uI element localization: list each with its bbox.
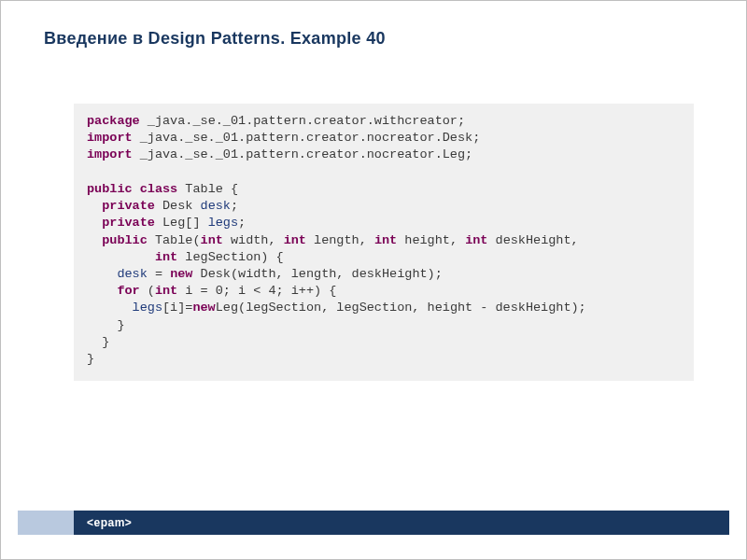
code-indent (87, 233, 102, 247)
code-keyword: new (170, 267, 192, 281)
slide-title: Введение в Design Patterns. Example 40 (44, 29, 386, 49)
code-keyword: public (87, 182, 133, 196)
footer-logo: <epam> (87, 511, 132, 535)
code-indent (87, 318, 117, 332)
code-text: Desk (155, 199, 201, 213)
code-keyword: private (102, 216, 155, 230)
code-text: Desk(width, length, deskHeight); (192, 267, 442, 281)
code-text: } (102, 335, 109, 349)
code-keyword: private (102, 199, 155, 213)
slide: Введение в Design Patterns. Example 40 p… (0, 0, 747, 560)
code-indent (87, 199, 102, 213)
code-field: desk (201, 199, 231, 213)
code-keyword: for (117, 284, 139, 298)
code-text: legSection) { (177, 250, 283, 264)
code-field: legs (208, 216, 238, 230)
code-text: Table { (177, 182, 238, 196)
code-keyword: int (284, 233, 306, 247)
code-text: ; (238, 216, 246, 230)
code-keyword: int (155, 250, 177, 264)
code-text: _java._se._01.pattern.creator.nocreator.… (133, 147, 473, 161)
code-indent (87, 284, 117, 298)
code-indent (87, 335, 102, 349)
code-text: length, (306, 233, 374, 247)
code-keyword: class (140, 182, 178, 196)
code-indent (87, 250, 155, 264)
code-text: } (87, 352, 94, 366)
code-keyword: package (87, 114, 140, 128)
code-keyword: import (87, 147, 133, 161)
code-text: _java._se._01.pattern.creator.nocreator.… (133, 131, 481, 145)
code-text: ( (140, 284, 155, 298)
code-keyword: int (374, 233, 397, 247)
code-field: legs (133, 301, 162, 315)
code-text: Leg(legSection, legSection, height - des… (216, 301, 586, 315)
code-text: ; (231, 199, 238, 213)
code-keyword: new (192, 301, 215, 315)
code-keyword: int (465, 233, 487, 247)
footer-bar: <epam> (18, 511, 729, 535)
code-text: Leg[] (155, 216, 208, 230)
code-text: width, (223, 233, 284, 247)
code-text: height, (397, 233, 465, 247)
code-keyword: int (201, 233, 223, 247)
code-text: } (117, 318, 124, 332)
code-text: [i]= (162, 301, 192, 315)
code-text: deskHeight, (487, 233, 578, 247)
code-indent (87, 267, 117, 281)
code-text: = (148, 267, 170, 281)
code-keyword: int (155, 284, 177, 298)
code-text: Table( (148, 233, 201, 247)
code-block: package _java._se._01.pattern.creator.wi… (74, 104, 694, 381)
code-text: i = 0; i < 4; i++) { (177, 284, 336, 298)
code-keyword: import (87, 131, 133, 145)
code-text: _java._se._01.pattern.creator.withcreato… (140, 114, 465, 128)
footer-main (74, 511, 729, 535)
code-indent (87, 301, 133, 315)
code-indent (87, 216, 102, 230)
code-field: desk (117, 267, 147, 281)
footer-accent (18, 511, 74, 535)
code-keyword: public (102, 233, 148, 247)
